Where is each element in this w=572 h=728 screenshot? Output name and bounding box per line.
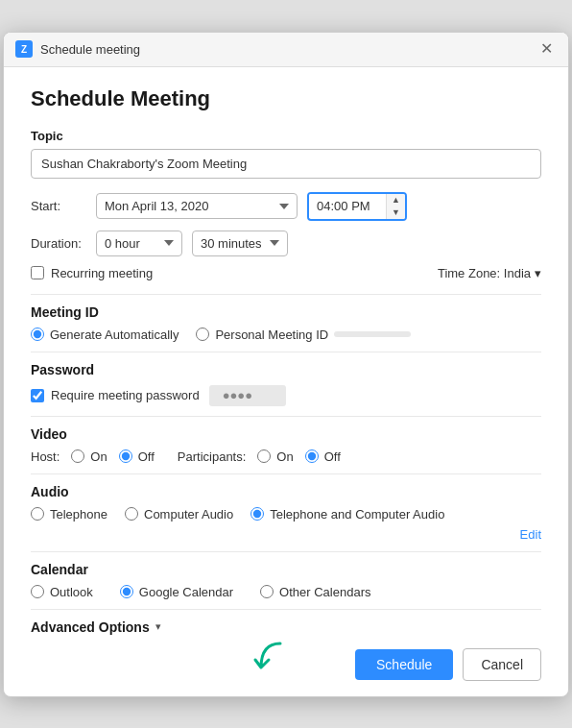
host-on-label: On — [90, 449, 107, 464]
outlook-radio-label[interactable]: Outlook — [31, 585, 93, 599]
generate-auto-radio-label[interactable]: Generate Automatically — [31, 328, 179, 342]
duration-row: Duration: 0 hour 1 hour 2 hours 0 minute… — [31, 231, 541, 256]
cancel-button[interactable]: Cancel — [463, 648, 541, 681]
outlook-label: Outlook — [50, 585, 93, 599]
recurring-checkbox-label[interactable]: Recurring meeting — [31, 266, 153, 280]
calendar-section: Calendar — [31, 562, 541, 577]
titlebar: Z Schedule meeting ✕ — [4, 33, 568, 67]
start-row: Start: Mon April 13, 2020 ▲ ▼ — [31, 192, 541, 221]
duration-min-select[interactable]: 0 minutes 15 minutes 30 minutes 45 minut… — [192, 231, 288, 256]
meeting-id-section: Meeting ID — [31, 304, 541, 320]
host-off-radio[interactable] — [119, 449, 132, 463]
time-spinner: ▲ ▼ — [386, 194, 405, 219]
schedule-meeting-dialog: Z Schedule meeting ✕ Schedule Meeting To… — [3, 32, 569, 697]
host-on-radio-label[interactable]: On — [71, 449, 107, 464]
host-off-label: Off — [138, 449, 155, 464]
audio-edit-link[interactable]: Edit — [31, 527, 541, 542]
host-off-radio-label[interactable]: Off — [119, 449, 155, 464]
other-calendars-radio[interactable] — [260, 585, 274, 598]
close-button[interactable]: ✕ — [536, 39, 557, 59]
participants-on-label: On — [276, 449, 293, 464]
participants-off-radio[interactable] — [305, 449, 319, 463]
arrow-indicator — [242, 639, 288, 681]
titlebar-title: Schedule meeting — [40, 42, 140, 57]
calendar-radio-group: Outlook Google Calendar Other Calendars — [31, 585, 541, 599]
time-up-button[interactable]: ▲ — [387, 194, 405, 206]
google-calendar-radio[interactable] — [120, 585, 133, 598]
timezone-label[interactable]: Time Zone: India ▾ — [438, 266, 541, 280]
start-label: Start: — [31, 199, 86, 213]
participants-on-radio[interactable] — [257, 449, 271, 463]
zoom-logo-icon: Z — [15, 40, 33, 58]
telephone-radio-label[interactable]: Telephone — [31, 507, 107, 522]
outlook-radio[interactable] — [31, 585, 44, 598]
generate-auto-radio[interactable] — [31, 328, 44, 341]
computer-audio-radio-label[interactable]: Computer Audio — [125, 507, 233, 522]
recurring-label-text: Recurring meeting — [51, 266, 153, 280]
personal-meeting-label: Personal Meeting ID — [215, 328, 328, 342]
duration-hour-select[interactable]: 0 hour 1 hour 2 hours — [96, 231, 182, 256]
timezone-chevron-icon: ▾ — [535, 266, 541, 280]
start-date-select[interactable]: Mon April 13, 2020 — [96, 193, 298, 219]
footer-row: Schedule Cancel — [31, 648, 541, 681]
page-title: Schedule Meeting — [31, 86, 541, 111]
time-input-wrapper: ▲ ▼ — [307, 192, 407, 221]
host-on-radio[interactable] — [71, 449, 84, 463]
audio-radio-group: Telephone Computer Audio Telephone and C… — [31, 507, 541, 522]
google-calendar-label: Google Calendar — [139, 585, 233, 599]
telephone-computer-radio-label[interactable]: Telephone and Computer Audio — [250, 507, 444, 522]
advanced-options-label: Advanced Options — [31, 619, 150, 635]
password-row: Require meeting password ●●●● — [31, 385, 541, 406]
personal-id-box — [334, 331, 411, 337]
host-label: Host: — [31, 449, 60, 464]
arrow-svg — [242, 639, 288, 677]
telephone-radio[interactable] — [31, 507, 44, 521]
schedule-button[interactable]: Schedule — [355, 649, 453, 680]
participants-video-group: Participants: On Off — [178, 449, 341, 464]
host-video-group: Host: On Off — [31, 449, 155, 464]
password-value-box: ●●●● — [209, 385, 286, 406]
topic-label: Topic — [31, 129, 541, 143]
computer-audio-label: Computer Audio — [144, 507, 233, 522]
personal-meeting-radio-label[interactable]: Personal Meeting ID — [196, 328, 411, 342]
recurring-row: Recurring meeting Time Zone: India ▾ — [31, 266, 541, 280]
other-calendars-radio-label[interactable]: Other Calendars — [260, 585, 370, 599]
time-down-button[interactable]: ▼ — [387, 206, 405, 219]
participants-off-label: Off — [324, 449, 341, 464]
audio-section: Audio — [31, 484, 541, 499]
topic-input[interactable] — [31, 149, 541, 179]
advanced-options-chevron-icon: ▾ — [155, 620, 161, 633]
google-calendar-radio-label[interactable]: Google Calendar — [120, 585, 233, 599]
recurring-checkbox[interactable] — [31, 266, 44, 279]
duration-label: Duration: — [31, 236, 86, 251]
advanced-options-row[interactable]: Advanced Options ▾ — [31, 619, 541, 635]
titlebar-left: Z Schedule meeting — [15, 40, 140, 58]
password-label-text: Require meeting password — [51, 388, 200, 402]
password-checkbox[interactable] — [31, 389, 44, 402]
password-checkbox-label[interactable]: Require meeting password — [31, 388, 200, 402]
telephone-computer-radio[interactable] — [250, 507, 264, 521]
computer-audio-radio[interactable] — [125, 507, 138, 521]
video-row: Host: On Off Participants: On O — [31, 449, 541, 464]
personal-meeting-radio[interactable] — [196, 328, 209, 341]
participants-label: Participants: — [178, 449, 247, 464]
video-section: Video — [31, 426, 541, 442]
meeting-id-radio-group: Generate Automatically Personal Meeting … — [31, 328, 541, 342]
time-input[interactable] — [309, 194, 386, 218]
password-section: Password — [31, 362, 541, 377]
telephone-label: Telephone — [50, 507, 107, 522]
generate-auto-label: Generate Automatically — [50, 328, 179, 342]
telephone-computer-label: Telephone and Computer Audio — [270, 507, 444, 522]
other-calendars-label: Other Calendars — [279, 585, 370, 599]
participants-on-radio-label[interactable]: On — [257, 449, 293, 464]
participants-off-radio-label[interactable]: Off — [305, 449, 341, 464]
dialog-content: Schedule Meeting Topic Start: Mon April … — [4, 67, 568, 696]
